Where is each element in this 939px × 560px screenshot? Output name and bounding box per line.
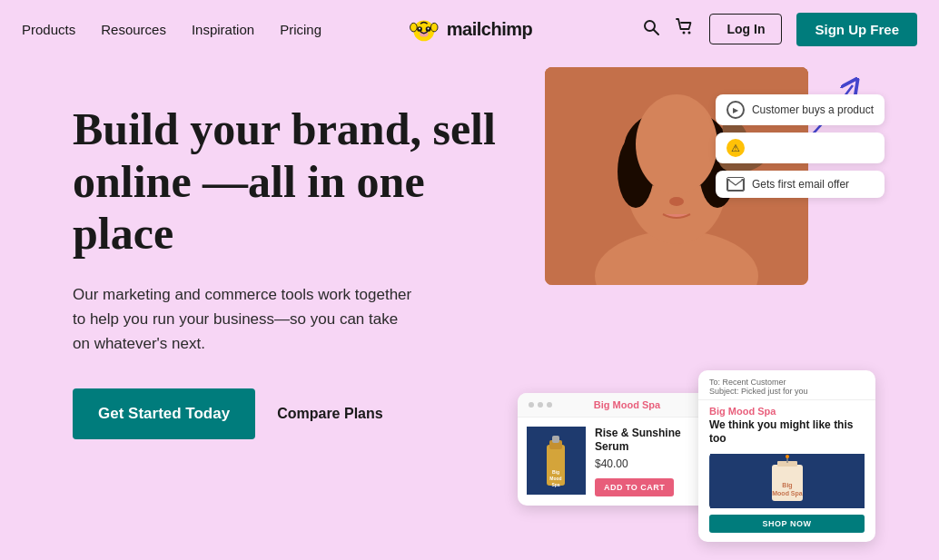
svg-point-7 xyxy=(428,28,430,30)
hero-subtext: Our marketing and commerce tools work to… xyxy=(73,282,418,357)
svg-text:Big: Big xyxy=(552,469,559,475)
mailchimp-logo-icon xyxy=(407,12,441,46)
svg-rect-28 xyxy=(552,436,559,443)
email-headline: We think you might like this too xyxy=(709,418,865,447)
svg-point-36 xyxy=(786,455,789,458)
svg-point-11 xyxy=(688,31,691,34)
store-name: Big Mood Spa xyxy=(552,399,702,410)
svg-point-20 xyxy=(690,170,699,179)
hero-right: ▶ Customer buys a product ⚠ Gets first e… xyxy=(499,67,885,560)
dot-2 xyxy=(538,402,543,408)
email-product-image: Big Mood Spa xyxy=(709,454,865,508)
logo-text: mailchimp xyxy=(447,19,532,40)
compare-plans-link[interactable]: Compare Plans xyxy=(277,406,382,422)
hero-actions: Get Started Today Compare Plans xyxy=(73,388,499,439)
svg-text:Big: Big xyxy=(782,482,792,489)
nav-right: Log In Sign Up Free xyxy=(642,13,917,46)
svg-line-9 xyxy=(654,29,659,34)
svg-point-4 xyxy=(430,23,438,31)
add-to-cart-button[interactable]: ADD TO CART xyxy=(595,478,674,496)
svg-point-10 xyxy=(683,31,686,34)
navbar: Products Resources Inspiration Pricing m… xyxy=(0,0,939,58)
login-button[interactable]: Log In xyxy=(709,14,782,44)
email-card-header: To: Recent Customer Subject: Picked just… xyxy=(698,370,875,400)
svg-point-16 xyxy=(618,135,654,208)
svg-point-0 xyxy=(413,21,434,42)
bubble-label-3: Gets first email offer xyxy=(752,178,849,191)
email-to: To: Recent Customer xyxy=(709,378,865,387)
svg-point-18 xyxy=(669,197,684,206)
nav-item-pricing[interactable]: Pricing xyxy=(280,22,321,37)
hero-left: Build your brand, sell online —all in on… xyxy=(73,76,499,560)
play-icon: ▶ xyxy=(726,101,745,119)
cart-icon[interactable] xyxy=(675,17,695,42)
search-icon[interactable] xyxy=(642,18,660,41)
dot-1 xyxy=(529,402,534,408)
bubble-email-offer: Gets first email offer xyxy=(716,171,885,198)
get-started-button[interactable]: Get Started Today xyxy=(73,388,255,439)
nav-links: Products Resources Inspiration Pricing xyxy=(22,22,321,37)
email-brand: Big Mood Spa xyxy=(698,400,875,418)
svg-text:Mood: Mood xyxy=(549,476,561,481)
store-card: Big Mood Spa 🛒 Big Mood Spa xyxy=(518,393,726,506)
hero-section: Build your brand, sell online —all in on… xyxy=(0,58,939,560)
svg-point-6 xyxy=(419,28,420,30)
store-body: Big Mood Spa Rise & Sunshine Serum $40.0… xyxy=(518,418,726,506)
warning-icon: ⚠ xyxy=(726,139,745,157)
svg-point-19 xyxy=(654,170,663,179)
svg-text:Mood Spa: Mood Spa xyxy=(772,490,803,497)
email-subject: Subject: Picked just for you xyxy=(709,387,865,396)
store-product-image: Big Mood Spa xyxy=(527,427,586,495)
automation-bubbles: ▶ Customer buys a product ⚠ Gets first e… xyxy=(716,94,885,198)
svg-point-3 xyxy=(410,23,418,31)
svg-point-21 xyxy=(673,162,680,169)
store-card-header: Big Mood Spa 🛒 xyxy=(518,393,726,418)
nav-item-resources[interactable]: Resources xyxy=(101,22,166,37)
signup-button[interactable]: Sign Up Free xyxy=(796,13,917,46)
email-body: We think you might like this too Big Moo… xyxy=(698,418,875,542)
bubble-label-1: Customer buys a product xyxy=(752,103,874,116)
logo[interactable]: mailchimp xyxy=(407,12,532,46)
svg-text:Spa: Spa xyxy=(551,482,559,487)
email-icon xyxy=(726,177,745,192)
store-dots xyxy=(529,402,552,408)
hero-headline: Build your brand, sell online —all in on… xyxy=(73,103,499,260)
bubble-warning: ⚠ xyxy=(716,133,885,163)
nav-item-inspiration[interactable]: Inspiration xyxy=(192,22,254,37)
email-card: To: Recent Customer Subject: Picked just… xyxy=(698,370,875,542)
bubble-buys-product: ▶ Customer buys a product xyxy=(716,94,885,125)
shop-now-button[interactable]: SHOP NOW xyxy=(709,515,865,533)
nav-item-products[interactable]: Products xyxy=(22,22,75,37)
